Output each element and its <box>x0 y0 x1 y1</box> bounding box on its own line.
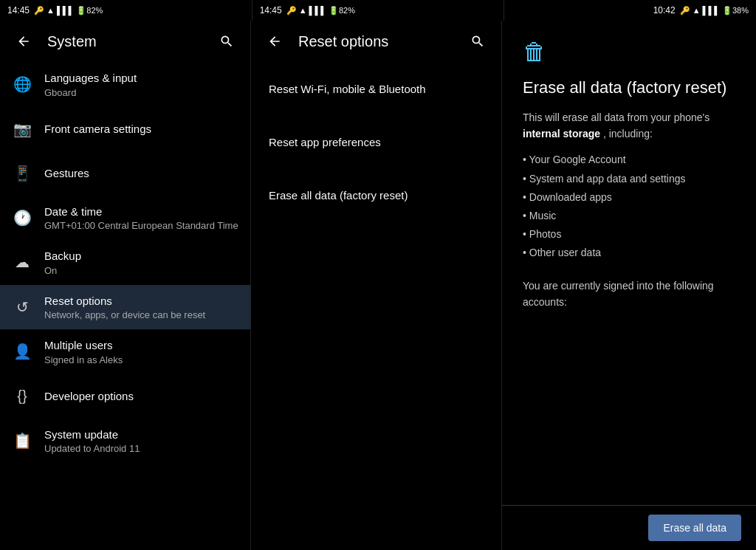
erase-list-item-1: • System and app data and settings <box>523 170 735 188</box>
system-title: System <box>47 33 203 50</box>
status-bar-1: 14:45 🔑 ▲ ▌▌▌ 🔋82% <box>0 0 252 21</box>
settings-item-title-4: Backup <box>44 249 238 264</box>
key-icon-3: 🔑 <box>680 6 690 16</box>
reset-search-button[interactable] <box>466 30 489 53</box>
trash-icon: 🗑 <box>523 38 735 66</box>
status-bar-3: 10:42 🔑 ▲ ▌▌▌ 🔋38% <box>504 0 756 21</box>
settings-item-title-5: Reset options <box>44 294 238 309</box>
reset-item-0[interactable]: Reset Wi-Fi, mobile & Bluetooth <box>251 62 501 115</box>
settings-item-title-3: Date & time <box>44 204 238 219</box>
settings-item-title-1: Front camera settings <box>44 122 238 137</box>
settings-item-icon-0: 🌐 <box>12 74 32 94</box>
settings-item-6[interactable]: 👤Multiple usersSigned in as Aleks <box>0 329 250 374</box>
erase-list-item-5: • Other user data <box>523 244 735 262</box>
system-header: System <box>0 21 250 62</box>
panel-reset: Reset options Reset Wi-Fi, mobile & Blue… <box>251 21 502 550</box>
settings-item-1[interactable]: 📷Front camera settings <box>0 107 250 151</box>
settings-item-icon-6: 👤 <box>12 341 32 362</box>
signal-icon-2: ▌▌▌ <box>309 6 326 15</box>
status-bar-2: 14:45 🔑 ▲ ▌▌▌ 🔋82% <box>252 0 504 21</box>
settings-item-icon-1: 📷 <box>12 119 32 140</box>
erase-list: • Your Google Account• System and app da… <box>523 151 735 262</box>
reset-item-title-2: Erase all data (factory reset) <box>269 189 408 202</box>
time-2: 14:45 <box>260 5 282 16</box>
settings-item-title-7: Developer options <box>44 389 238 404</box>
wifi-icon-1: ▲ <box>47 6 55 15</box>
erase-list-item-2: • Downloaded apps <box>523 188 735 207</box>
reset-header: Reset options <box>251 21 501 62</box>
settings-item-title-8: System update <box>44 427 238 442</box>
wifi-icon-2: ▲ <box>299 6 307 15</box>
detail-content: 🗑 Erase all data (factory reset) This wi… <box>502 21 756 505</box>
settings-item-8[interactable]: 📋System updateUpdated to Android 11 <box>0 419 250 464</box>
settings-item-text-6: Multiple usersSigned in as Aleks <box>44 338 238 365</box>
status-icons-3: 🔑 ▲ ▌▌▌ 🔋38% <box>680 6 749 16</box>
erase-all-data-button[interactable]: Erase all data <box>648 515 741 541</box>
settings-item-icon-7: {} <box>12 386 32 407</box>
signal-icon-3: ▌▌▌ <box>703 6 720 15</box>
time-3: 10:42 <box>653 5 676 16</box>
signed-in-text: You are currently signed into the follow… <box>523 278 735 311</box>
settings-item-text-4: BackupOn <box>44 249 238 276</box>
reset-item-title-0: Reset Wi-Fi, mobile & Bluetooth <box>269 83 426 95</box>
settings-item-icon-5: ↺ <box>12 297 32 317</box>
reset-list: Reset Wi-Fi, mobile & BluetoothReset app… <box>251 62 501 550</box>
battery-icon-2: 🔋82% <box>329 6 355 16</box>
key-icon-2: 🔑 <box>286 6 297 16</box>
settings-item-icon-3: 🕐 <box>12 207 32 228</box>
erase-description: This will erase all data from your phone… <box>523 109 735 142</box>
settings-item-icon-2: 📱 <box>12 163 32 184</box>
battery-icon-1: 🔋82% <box>76 6 103 16</box>
erase-list-item-4: • Photos <box>523 225 735 244</box>
settings-item-text-7: Developer options <box>44 389 238 404</box>
settings-item-text-0: Languages & inputGboard <box>44 71 238 98</box>
panel-detail: 🗑 Erase all data (factory reset) This wi… <box>502 21 756 550</box>
settings-item-icon-4: ☁ <box>12 252 32 272</box>
settings-item-title-0: Languages & input <box>44 71 238 86</box>
main-content: System 🌐Languages & inputGboard📷Front ca… <box>0 21 756 550</box>
erase-title: Erase all data (factory reset) <box>523 78 735 99</box>
status-icons-1: 🔑 ▲ ▌▌▌ 🔋82% <box>34 6 103 16</box>
reset-item-1[interactable]: Reset app preferences <box>251 115 501 168</box>
settings-item-text-5: Reset optionsNetwork, apps, or device ca… <box>44 294 238 321</box>
settings-item-text-2: Gestures <box>44 166 238 181</box>
settings-item-4[interactable]: ☁BackupOn <box>0 240 250 285</box>
desc-text-2: , including: <box>603 128 653 140</box>
wifi-icon-3: ▲ <box>693 6 701 15</box>
settings-list: 🌐Languages & inputGboard📷Front camera se… <box>0 62 250 550</box>
system-search-button[interactable] <box>215 30 238 53</box>
settings-item-title-6: Multiple users <box>44 338 238 353</box>
reset-back-button[interactable] <box>263 30 286 53</box>
desc-text-1: This will erase all data from your phone… <box>523 111 709 123</box>
key-icon-1: 🔑 <box>34 6 44 16</box>
settings-item-0[interactable]: 🌐Languages & inputGboard <box>0 62 250 107</box>
settings-item-icon-8: 📋 <box>12 430 32 451</box>
erase-list-item-3: • Music <box>523 207 735 225</box>
settings-item-text-1: Front camera settings <box>44 122 238 137</box>
settings-item-subtitle-5: Network, apps, or device can be reset <box>44 309 238 320</box>
reset-item-2[interactable]: Erase all data (factory reset) <box>251 168 501 221</box>
detail-footer: Erase all data <box>502 505 756 550</box>
settings-item-3[interactable]: 🕐Date & timeGMT+01:00 Central European S… <box>0 196 250 241</box>
settings-item-subtitle-8: Updated to Android 11 <box>44 443 238 454</box>
signal-icon-1: ▌▌▌ <box>57 6 74 15</box>
system-back-button[interactable] <box>12 30 35 53</box>
settings-item-text-3: Date & timeGMT+01:00 Central European St… <box>44 204 238 232</box>
battery-icon-3: 🔋38% <box>722 6 749 16</box>
time-1: 14:45 <box>7 5 30 16</box>
settings-item-7[interactable]: {}Developer options <box>0 374 250 419</box>
desc-bold: internal storage <box>523 128 600 140</box>
status-bars: 14:45 🔑 ▲ ▌▌▌ 🔋82% 14:45 🔑 ▲ ▌▌▌ 🔋82% 10… <box>0 0 756 21</box>
settings-item-subtitle-4: On <box>44 265 238 276</box>
settings-item-subtitle-3: GMT+01:00 Central European Standard Time <box>44 220 238 231</box>
erase-list-item-0: • Your Google Account <box>523 151 735 169</box>
settings-item-subtitle-0: Gboard <box>44 87 238 98</box>
settings-item-2[interactable]: 📱Gestures <box>0 151 250 196</box>
settings-item-title-2: Gestures <box>44 166 238 181</box>
panel-system: System 🌐Languages & inputGboard📷Front ca… <box>0 21 251 550</box>
status-icons-2: 🔑 ▲ ▌▌▌ 🔋82% <box>286 6 355 16</box>
settings-item-subtitle-6: Signed in as Aleks <box>44 354 238 365</box>
settings-item-5[interactable]: ↺Reset optionsNetwork, apps, or device c… <box>0 285 250 330</box>
settings-item-text-8: System updateUpdated to Android 11 <box>44 427 238 455</box>
reset-title: Reset options <box>298 33 454 50</box>
